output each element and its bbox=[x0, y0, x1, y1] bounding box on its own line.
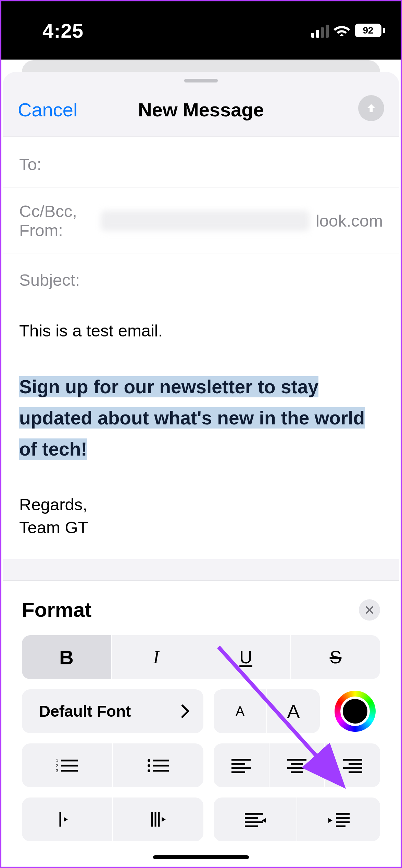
text-color-button[interactable] bbox=[330, 689, 380, 733]
from-address-redacted bbox=[101, 210, 310, 231]
rtl-direction-button[interactable] bbox=[113, 797, 203, 841]
chevron-right-icon bbox=[181, 704, 190, 718]
format-panel: Format B I U S Default Font bbox=[3, 580, 399, 865]
svg-text:2: 2 bbox=[56, 763, 58, 768]
ccbcc-label: Cc/Bcc, From: bbox=[19, 202, 92, 240]
svg-marker-29 bbox=[162, 817, 166, 822]
format-title: Format bbox=[22, 598, 91, 622]
align-left-button[interactable] bbox=[214, 743, 269, 787]
align-center-button[interactable] bbox=[269, 743, 325, 787]
bold-button[interactable]: B bbox=[22, 635, 112, 679]
body-line-1: This is a test email. bbox=[19, 319, 383, 342]
svg-point-6 bbox=[148, 759, 150, 762]
status-bar: 4:25 92 bbox=[1, 1, 401, 60]
decrease-font-size-button[interactable]: A bbox=[214, 689, 267, 733]
arrow-up-icon bbox=[365, 102, 377, 114]
to-field[interactable]: To: bbox=[3, 137, 399, 188]
align-right-icon bbox=[342, 757, 364, 774]
increase-indent-button[interactable] bbox=[297, 797, 380, 841]
body-signature-line1: Regards, bbox=[19, 493, 383, 516]
battery-percent: 92 bbox=[355, 24, 381, 37]
send-button[interactable] bbox=[358, 95, 384, 121]
body-highlighted-text: Sign up for our newsletter to stay updat… bbox=[19, 376, 365, 460]
compose-sheet: Cancel New Message To: Cc/Bcc, From: loo… bbox=[3, 72, 399, 865]
numbered-list-icon: 123 bbox=[55, 756, 79, 774]
wifi-icon bbox=[334, 24, 350, 37]
subject-label: Subject: bbox=[19, 271, 80, 289]
from-address-suffix: look.com bbox=[316, 211, 383, 230]
home-indicator bbox=[153, 855, 249, 859]
ltr-icon bbox=[57, 810, 77, 829]
underline-button[interactable]: U bbox=[201, 635, 291, 679]
outdent-icon bbox=[243, 811, 267, 828]
battery-icon: 92 bbox=[355, 24, 385, 37]
align-left-icon bbox=[230, 757, 252, 774]
page-title: New Message bbox=[3, 99, 399, 121]
increase-font-size-button[interactable]: A bbox=[267, 689, 320, 733]
strikethrough-button[interactable]: S bbox=[291, 635, 380, 679]
sheet-grabber[interactable] bbox=[184, 79, 218, 82]
to-label: To: bbox=[19, 155, 41, 174]
compose-fields: To: Cc/Bcc, From: look.com Subject: bbox=[3, 137, 399, 306]
svg-marker-25 bbox=[64, 817, 68, 822]
svg-marker-39 bbox=[328, 818, 332, 823]
svg-text:1: 1 bbox=[56, 758, 58, 763]
numbered-list-button[interactable]: 123 bbox=[22, 743, 113, 787]
svg-point-8 bbox=[148, 769, 150, 772]
svg-text:3: 3 bbox=[56, 768, 58, 773]
alignment-segment bbox=[214, 743, 380, 787]
svg-point-7 bbox=[148, 764, 150, 767]
format-close-button[interactable] bbox=[359, 599, 380, 621]
sheet-header: Cancel New Message bbox=[3, 72, 399, 137]
list-segment: 123 bbox=[22, 743, 203, 787]
font-picker-button[interactable]: Default Font bbox=[22, 689, 203, 733]
message-body[interactable]: This is a test email. Sign up for our ne… bbox=[3, 306, 399, 559]
text-style-segment: B I U S bbox=[22, 635, 380, 679]
close-icon bbox=[364, 605, 375, 615]
body-signature-line2: Team GT bbox=[19, 516, 383, 539]
bullet-list-button[interactable] bbox=[113, 743, 203, 787]
subject-field[interactable]: Subject: bbox=[3, 254, 399, 306]
ltr-direction-button[interactable] bbox=[22, 797, 113, 841]
align-right-button[interactable] bbox=[325, 743, 380, 787]
decrease-indent-button[interactable] bbox=[214, 797, 297, 841]
bullet-list-icon bbox=[146, 756, 170, 774]
italic-button[interactable]: I bbox=[112, 635, 201, 679]
font-picker-label: Default Font bbox=[39, 702, 131, 720]
indent-icon bbox=[326, 811, 351, 828]
cellular-signal-icon bbox=[311, 23, 329, 38]
status-time: 4:25 bbox=[42, 19, 84, 42]
font-size-segment: A A bbox=[214, 689, 320, 733]
text-direction-segment bbox=[22, 797, 203, 841]
color-wheel-icon bbox=[335, 691, 376, 732]
rtl-icon bbox=[148, 810, 168, 829]
indent-segment bbox=[214, 797, 380, 841]
align-center-icon bbox=[286, 757, 308, 774]
ccbcc-from-field[interactable]: Cc/Bcc, From: look.com bbox=[3, 188, 399, 254]
